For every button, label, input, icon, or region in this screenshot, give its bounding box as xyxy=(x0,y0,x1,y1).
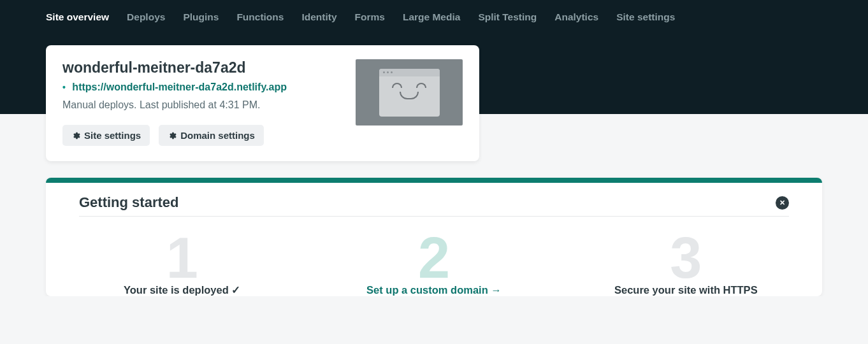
step-number: 2 xyxy=(418,229,450,287)
close-icon[interactable]: ✕ xyxy=(776,196,789,210)
tab-plugins[interactable]: Plugins xyxy=(183,11,219,23)
gear-icon xyxy=(71,131,80,140)
step-3-title: Secure your site with HTTPS xyxy=(567,284,806,296)
site-name: wonderful-meitner-da7a2d xyxy=(62,59,356,76)
deploy-status-text: Manual deploys. Last published at 4:31 P… xyxy=(62,99,356,111)
site-summary-card: wonderful-meitner-da7a2d • https://wonde… xyxy=(46,45,479,161)
tab-forms[interactable]: Forms xyxy=(355,11,385,23)
tab-large-media[interactable]: Large Media xyxy=(403,11,460,23)
tab-analytics[interactable]: Analytics xyxy=(554,11,598,23)
step-3: 3 Secure your site with HTTPS xyxy=(567,228,806,296)
tab-site-settings[interactable]: Site settings xyxy=(616,11,675,23)
domain-settings-button[interactable]: Domain settings xyxy=(159,125,264,146)
step-1: 1 Your site is deployed ✓ xyxy=(62,228,301,296)
step-2[interactable]: 2 Set up a custom domain → xyxy=(314,228,553,296)
site-url-link[interactable]: https://wonderful-meitner-da7a2d.netlify… xyxy=(72,82,287,92)
site-thumbnail xyxy=(356,59,463,125)
tab-identity[interactable]: Identity xyxy=(301,11,336,23)
step-number: 1 xyxy=(166,229,198,287)
site-settings-button[interactable]: Site settings xyxy=(62,125,150,146)
tab-site-overview[interactable]: Site overview xyxy=(46,11,109,23)
tab-split-testing[interactable]: Split Testing xyxy=(478,11,537,23)
card-accent-bar xyxy=(46,178,822,183)
domain-settings-label: Domain settings xyxy=(180,130,255,141)
step-2-title[interactable]: Set up a custom domain → xyxy=(314,284,553,296)
status-dot: • xyxy=(62,82,66,92)
step-number: 3 xyxy=(670,229,702,287)
site-tabs: Site overview Deploys Plugins Functions … xyxy=(0,11,868,42)
getting-started-title: Getting started xyxy=(79,194,178,211)
getting-started-card: Getting started ✕ 1 Your site is deploye… xyxy=(46,178,822,296)
step-1-title: Your site is deployed ✓ xyxy=(62,284,301,296)
tab-functions[interactable]: Functions xyxy=(236,11,284,23)
gear-icon xyxy=(168,131,177,140)
site-settings-label: Site settings xyxy=(84,130,141,141)
tab-deploys[interactable]: Deploys xyxy=(127,11,165,23)
